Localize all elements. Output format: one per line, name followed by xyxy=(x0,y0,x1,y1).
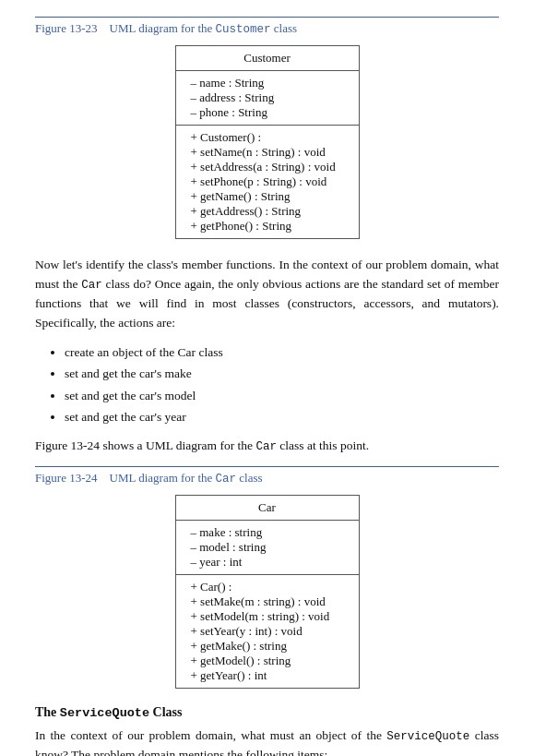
figure-13-24-desc: UML diagram for the Car class xyxy=(110,471,263,485)
list-item: set and get the car's model xyxy=(65,386,499,406)
uml-fields-customer: – name : String – address : String – pho… xyxy=(175,71,359,126)
uml-fields-car: – make : string – model : string – year … xyxy=(175,520,359,574)
figure-13-23-label: Figure 13-23 UML diagram for the Custome… xyxy=(35,17,499,36)
paragraph-1: Now let's identify the class's member fu… xyxy=(35,256,499,333)
uml-methods-customer: + Customer() : + setName(n : String) : v… xyxy=(175,126,359,239)
section-heading-servicequote: The ServiceQuote Class xyxy=(35,705,499,720)
uml-diagram-customer: Customer – name : String – address : Str… xyxy=(175,45,360,239)
list-item: set and get the car's year xyxy=(65,407,499,427)
bullet-list-1: create an object of the Car class set an… xyxy=(65,342,499,427)
uml-methods-car: + Car() : + setMake(m : string) : void +… xyxy=(175,574,359,688)
figure-13-23-desc: UML diagram for the Customer class xyxy=(110,21,298,35)
uml-class-name-customer: Customer xyxy=(175,46,359,71)
uml-class-name-car: Car xyxy=(175,495,359,520)
paragraph-2: Figure 13-24 shows a UML diagram for the… xyxy=(35,437,499,456)
paragraph-3: In the context of our problem domain, wh… xyxy=(35,726,499,756)
figure-13-24-label: Figure 13-24 UML diagram for the Car cla… xyxy=(35,466,499,486)
list-item: create an object of the Car class xyxy=(65,342,499,363)
list-item: set and get the car's make xyxy=(65,364,499,384)
uml-diagram-car: Car – make : string – model : string – y… xyxy=(175,495,360,689)
